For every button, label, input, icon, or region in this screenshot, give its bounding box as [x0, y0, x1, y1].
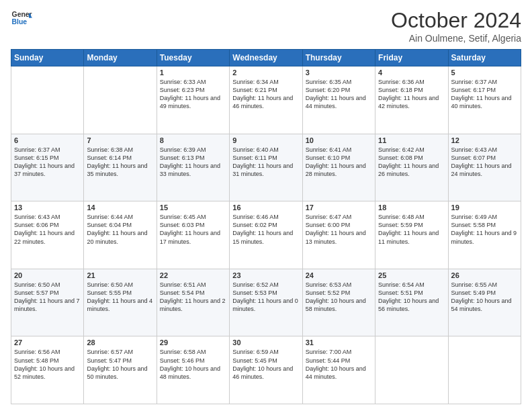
day-number: 3: [306, 68, 372, 77]
cell-details: Sunrise: 6:59 AM Sunset: 5:45 PM Dayligh…: [232, 348, 299, 381]
calendar-week-row: 20Sunrise: 6:50 AM Sunset: 5:57 PM Dayli…: [11, 269, 521, 336]
cell-details: Sunrise: 6:39 AM Sunset: 6:13 PM Dayligh…: [160, 146, 226, 179]
calendar-cell: 25Sunrise: 6:54 AM Sunset: 5:51 PM Dayli…: [375, 269, 448, 336]
calendar-cell: 10Sunrise: 6:41 AM Sunset: 6:10 PM Dayli…: [302, 134, 375, 201]
cell-details: Sunrise: 6:54 AM Sunset: 5:51 PM Dayligh…: [378, 281, 445, 314]
calendar-cell: 28Sunrise: 6:57 AM Sunset: 5:47 PM Dayli…: [84, 336, 157, 404]
weekday-header: Saturday: [448, 50, 521, 66]
day-number: 1: [160, 68, 226, 77]
calendar-cell: 23Sunrise: 6:52 AM Sunset: 5:53 PM Dayli…: [230, 269, 302, 336]
weekday-header: Wednesday: [230, 50, 302, 66]
day-number: 17: [306, 203, 372, 212]
cell-details: Sunrise: 6:44 AM Sunset: 6:04 PM Dayligh…: [87, 213, 153, 246]
day-number: 7: [87, 136, 153, 144]
calendar-week-row: 13Sunrise: 6:43 AM Sunset: 6:06 PM Dayli…: [11, 201, 521, 269]
day-number: 14: [87, 203, 153, 212]
calendar-cell: [448, 336, 521, 404]
weekday-header: Tuesday: [157, 50, 229, 66]
day-number: 10: [306, 136, 372, 144]
day-number: 25: [378, 271, 445, 279]
day-number: 16: [232, 203, 299, 212]
calendar-week-row: 27Sunrise: 6:56 AM Sunset: 5:48 PM Dayli…: [11, 336, 521, 404]
calendar-cell: 26Sunrise: 6:55 AM Sunset: 5:49 PM Dayli…: [448, 269, 521, 336]
logo-icon: General Blue: [11, 8, 32, 27]
day-number: 22: [160, 271, 226, 279]
cell-details: Sunrise: 6:49 AM Sunset: 5:58 PM Dayligh…: [451, 213, 518, 246]
calendar-cell: 21Sunrise: 6:50 AM Sunset: 5:55 PM Dayli…: [84, 269, 157, 336]
day-number: 20: [14, 271, 81, 279]
day-number: 9: [232, 136, 299, 144]
calendar-cell: 5Sunrise: 6:37 AM Sunset: 6:17 PM Daylig…: [448, 66, 521, 134]
cell-details: Sunrise: 6:52 AM Sunset: 5:53 PM Dayligh…: [232, 281, 299, 314]
calendar-cell: 22Sunrise: 6:51 AM Sunset: 5:54 PM Dayli…: [157, 269, 229, 336]
month-title: October 2024: [391, 8, 521, 33]
cell-details: Sunrise: 6:46 AM Sunset: 6:02 PM Dayligh…: [232, 213, 299, 246]
calendar-week-row: 6Sunrise: 6:37 AM Sunset: 6:15 PM Daylig…: [11, 134, 521, 201]
calendar-cell: 29Sunrise: 6:58 AM Sunset: 5:46 PM Dayli…: [157, 336, 229, 404]
cell-details: Sunrise: 7:00 AM Sunset: 5:44 PM Dayligh…: [306, 348, 372, 381]
calendar-cell: 2Sunrise: 6:34 AM Sunset: 6:21 PM Daylig…: [230, 66, 302, 134]
calendar-cell: 3Sunrise: 6:35 AM Sunset: 6:20 PM Daylig…: [302, 66, 375, 134]
day-number: 27: [14, 338, 81, 347]
day-number: 5: [451, 68, 518, 77]
day-number: 12: [451, 136, 518, 144]
cell-details: Sunrise: 6:34 AM Sunset: 6:21 PM Dayligh…: [232, 78, 299, 111]
calendar-table: SundayMondayTuesdayWednesdayThursdayFrid…: [11, 49, 521, 404]
title-block: October 2024 Ain Oulmene, Setif, Algeria: [391, 8, 521, 44]
cell-details: Sunrise: 6:38 AM Sunset: 6:14 PM Dayligh…: [87, 146, 153, 179]
day-number: 30: [232, 338, 299, 347]
day-number: 18: [378, 203, 445, 212]
weekday-header: Sunday: [11, 50, 84, 66]
cell-details: Sunrise: 6:58 AM Sunset: 5:46 PM Dayligh…: [160, 348, 226, 381]
calendar-cell: 9Sunrise: 6:40 AM Sunset: 6:11 PM Daylig…: [230, 134, 302, 201]
cell-details: Sunrise: 6:36 AM Sunset: 6:18 PM Dayligh…: [378, 78, 445, 111]
logo: General Blue: [11, 8, 32, 27]
header: General Blue October 2024 Ain Oulmene, S…: [11, 8, 521, 44]
weekday-header: Friday: [375, 50, 448, 66]
day-number: 2: [232, 68, 299, 77]
calendar-cell: 24Sunrise: 6:53 AM Sunset: 5:52 PM Dayli…: [302, 269, 375, 336]
cell-details: Sunrise: 6:47 AM Sunset: 6:00 PM Dayligh…: [306, 213, 372, 246]
cell-details: Sunrise: 6:50 AM Sunset: 5:57 PM Dayligh…: [14, 281, 81, 314]
day-number: 15: [160, 203, 226, 212]
calendar-cell: 8Sunrise: 6:39 AM Sunset: 6:13 PM Daylig…: [157, 134, 229, 201]
day-number: 24: [306, 271, 372, 279]
cell-details: Sunrise: 6:43 AM Sunset: 6:07 PM Dayligh…: [451, 146, 518, 179]
day-number: 13: [14, 203, 81, 212]
calendar-cell: 18Sunrise: 6:48 AM Sunset: 5:59 PM Dayli…: [375, 201, 448, 269]
day-number: 23: [232, 271, 299, 279]
cell-details: Sunrise: 6:56 AM Sunset: 5:48 PM Dayligh…: [14, 348, 81, 381]
cell-details: Sunrise: 6:37 AM Sunset: 6:15 PM Dayligh…: [14, 146, 81, 179]
day-number: 21: [87, 271, 153, 279]
calendar-cell: 31Sunrise: 7:00 AM Sunset: 5:44 PM Dayli…: [302, 336, 375, 404]
cell-details: Sunrise: 6:45 AM Sunset: 6:03 PM Dayligh…: [160, 213, 226, 246]
cell-details: Sunrise: 6:48 AM Sunset: 5:59 PM Dayligh…: [378, 213, 445, 246]
calendar-cell: 12Sunrise: 6:43 AM Sunset: 6:07 PM Dayli…: [448, 134, 521, 201]
calendar-cell: 11Sunrise: 6:42 AM Sunset: 6:08 PM Dayli…: [375, 134, 448, 201]
cell-details: Sunrise: 6:50 AM Sunset: 5:55 PM Dayligh…: [87, 281, 153, 314]
cell-details: Sunrise: 6:55 AM Sunset: 5:49 PM Dayligh…: [451, 281, 518, 314]
day-number: 31: [306, 338, 372, 347]
calendar-cell: 30Sunrise: 6:59 AM Sunset: 5:45 PM Dayli…: [230, 336, 302, 404]
day-number: 29: [160, 338, 226, 347]
cell-details: Sunrise: 6:40 AM Sunset: 6:11 PM Dayligh…: [232, 146, 299, 179]
calendar-cell: 14Sunrise: 6:44 AM Sunset: 6:04 PM Dayli…: [84, 201, 157, 269]
day-number: 19: [451, 203, 518, 212]
calendar-cell: 7Sunrise: 6:38 AM Sunset: 6:14 PM Daylig…: [84, 134, 157, 201]
day-number: 11: [378, 136, 445, 144]
cell-details: Sunrise: 6:33 AM Sunset: 6:23 PM Dayligh…: [160, 78, 226, 111]
cell-details: Sunrise: 6:35 AM Sunset: 6:20 PM Dayligh…: [306, 78, 372, 111]
calendar-cell: [375, 336, 448, 404]
calendar-cell: 20Sunrise: 6:50 AM Sunset: 5:57 PM Dayli…: [11, 269, 84, 336]
calendar-cell: 27Sunrise: 6:56 AM Sunset: 5:48 PM Dayli…: [11, 336, 84, 404]
weekday-header: Thursday: [302, 50, 375, 66]
calendar-cell: 19Sunrise: 6:49 AM Sunset: 5:58 PM Dayli…: [448, 201, 521, 269]
day-number: 28: [87, 338, 153, 347]
svg-rect-3: [29, 13, 30, 17]
calendar-cell: 16Sunrise: 6:46 AM Sunset: 6:02 PM Dayli…: [230, 201, 302, 269]
cell-details: Sunrise: 6:53 AM Sunset: 5:52 PM Dayligh…: [306, 281, 372, 314]
calendar-header-row: SundayMondayTuesdayWednesdayThursdayFrid…: [11, 50, 521, 66]
calendar-cell: 13Sunrise: 6:43 AM Sunset: 6:06 PM Dayli…: [11, 201, 84, 269]
calendar-cell: 4Sunrise: 6:36 AM Sunset: 6:18 PM Daylig…: [375, 66, 448, 134]
calendar-cell: 17Sunrise: 6:47 AM Sunset: 6:00 PM Dayli…: [302, 201, 375, 269]
